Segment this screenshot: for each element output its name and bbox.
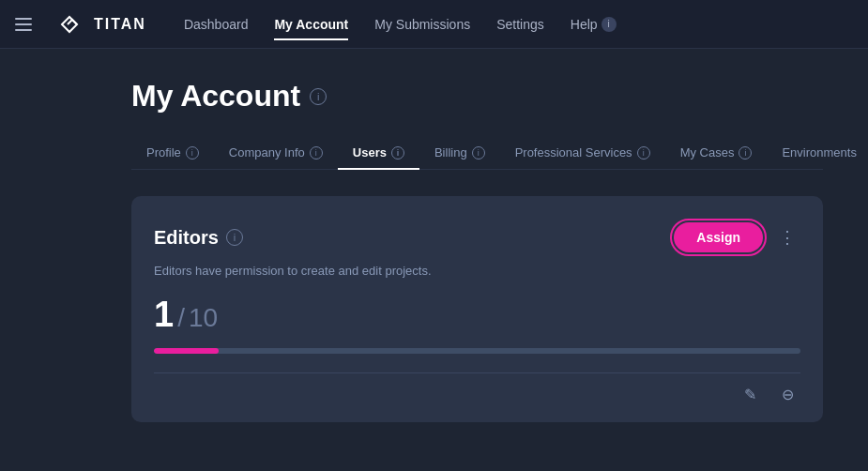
tab-my-cases[interactable]: My Cases i [665,136,768,169]
tab-billing[interactable]: Billing i [419,136,500,169]
tab-profile[interactable]: Profile i [131,136,214,169]
page-title-row: My Account i [131,79,823,114]
tabs-row: Profile i Company Info i Users i Billing… [131,136,823,170]
nav-link-settings[interactable]: Settings [485,9,556,39]
hamburger-menu[interactable] [15,18,32,31]
card-title-row: Editors i [154,227,243,249]
editors-progress-bar-fill [154,348,219,354]
tab-users-info[interactable]: i [391,146,404,160]
editors-card-title: Editors [154,227,219,249]
editors-count-current: 1 [154,295,174,335]
tab-professional-services[interactable]: Professional Services i [500,136,665,169]
page-title-info-icon[interactable]: i [310,88,327,105]
page-title: My Account [131,79,300,114]
assign-button-wrapper: Assign [670,219,767,256]
tab-billing-info[interactable]: i [472,146,485,160]
card-header: Editors i Assign ⋮ [154,219,800,256]
tab-my-cases-info[interactable]: i [739,146,752,160]
more-options-button[interactable]: ⋮ [774,224,800,251]
editors-count-separator: / [177,303,185,333]
logo-text: TITAN [94,16,146,33]
remove-icon[interactable]: ⊖ [774,381,800,407]
tab-company-info[interactable]: Company Info i [214,136,338,169]
nav-link-my-account[interactable]: My Account [263,9,359,39]
main-content: My Account i Profile i Company Info i Us… [0,49,868,445]
help-badge: i [602,17,617,32]
tab-environments[interactable]: Environments [767,136,868,169]
tab-professional-services-info[interactable]: i [637,146,650,160]
top-navigation: TITAN Dashboard My Account My Submission… [0,0,868,49]
editors-count-total: 10 [189,303,218,333]
nav-link-dashboard[interactable]: Dashboard [173,9,260,39]
nav-links: Dashboard My Account My Submissions Sett… [173,9,853,39]
assign-button[interactable]: Assign [674,222,763,252]
editors-count-row: 1 / 10 [154,295,800,335]
editors-description: Editors have permission to create and ed… [154,264,800,278]
logo: TITAN [58,13,146,36]
tab-profile-info[interactable]: i [186,146,199,160]
logo-icon [58,13,86,36]
card-actions: Assign ⋮ [670,219,800,256]
editors-card: Editors i Assign ⋮ Editors have permissi… [131,196,823,422]
editors-progress-bar-container [154,348,800,354]
edit-icon[interactable]: ✎ [737,381,763,407]
card-footer: ✎ ⊖ [154,372,800,407]
nav-link-my-submissions[interactable]: My Submissions [363,9,481,39]
tab-users[interactable]: Users i [338,136,419,169]
nav-link-help[interactable]: Help i [559,9,628,39]
editors-info-icon[interactable]: i [226,229,243,246]
tab-company-info-icon[interactable]: i [310,146,323,160]
